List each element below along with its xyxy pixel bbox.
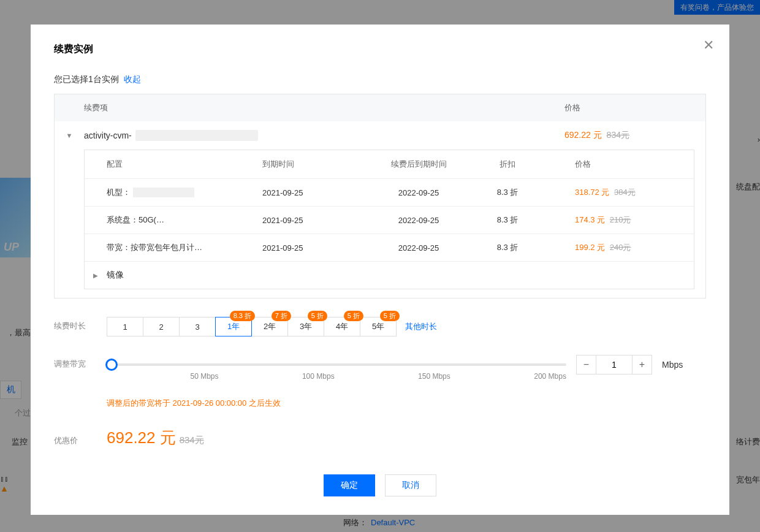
bandwidth-stepper: − + <box>576 355 652 374</box>
bandwidth-label: 调整带宽 <box>54 355 107 370</box>
slider-ticks: 50 Mbps 100 Mbps 150 Mbps 200 Mbps <box>107 372 566 381</box>
collapse-link[interactable]: 收起 <box>124 74 141 84</box>
duration-option[interactable]: 1 <box>107 317 143 336</box>
instance-price: 692.22 元 834元 <box>564 130 705 141</box>
details-header: 配置 到期时间 续费后到期时间 折扣 价格 <box>85 150 694 178</box>
discount-badge: 7 折 <box>272 311 291 321</box>
duration-option[interactable]: 5年5 折 <box>360 317 397 336</box>
expand-caret-icon[interactable]: ▶ <box>85 272 107 279</box>
duration-options: 1231年8.3 折2年7 折3年5 折4年5 折5年5 折 <box>107 317 397 336</box>
bandwidth-input[interactable] <box>596 355 632 374</box>
discount-badge: 5 折 <box>380 311 400 321</box>
instance-name: activity-cvm- <box>84 130 564 141</box>
dialog-footer: 确定 取消 <box>54 474 706 496</box>
table-header: 续费项 价格 <box>55 94 705 121</box>
redacted-text <box>133 188 194 197</box>
final-price-label: 优惠价 <box>54 429 107 446</box>
renew-duration-row: 续费时长 1231年8.3 折2年7 折3年5 折4年5 折5年5 折 其他时长 <box>54 317 706 336</box>
duration-option[interactable]: 2年7 折 <box>251 317 288 336</box>
confirm-button[interactable]: 确定 <box>324 474 375 496</box>
bandwidth-slider[interactable]: 50 Mbps 100 Mbps 150 Mbps 200 Mbps <box>107 359 566 371</box>
detail-row-image[interactable]: ▶ 镜像 <box>85 261 694 289</box>
instance-row: ▼ activity-cvm- 692.22 元 834元 <box>55 121 705 141</box>
duration-option[interactable]: 1年8.3 折 <box>215 317 252 336</box>
instance-details: 配置 到期时间 续费后到期时间 折扣 价格 机型： 2021-09-25 202… <box>84 150 694 289</box>
bandwidth-effective-note: 调整后的带宽将于 2021-09-26 00:00:00 之后生效 <box>107 398 706 409</box>
redacted-text <box>135 130 258 141</box>
bandwidth-row: 调整带宽 50 Mbps 100 Mbps 150 Mbps 200 Mbps <box>54 355 706 409</box>
renew-instance-dialog: ✕ 续费实例 您已选择1台实例 收起 续费项 价格 ▼ activity-cvm… <box>31 25 729 515</box>
header-price: 价格 <box>564 102 705 113</box>
final-price-row: 优惠价 692.22 元 834元 <box>54 427 706 449</box>
detail-row-bandwidth: 带宽：按带宽包年包月计… 2021-09-25 2022-09-25 8.3 折… <box>85 234 694 261</box>
close-icon[interactable]: ✕ <box>701 38 716 53</box>
discount-badge: 5 折 <box>344 311 363 321</box>
slider-track <box>107 363 566 366</box>
increase-button[interactable]: + <box>632 355 652 374</box>
duration-option[interactable]: 4年5 折 <box>324 317 360 336</box>
bandwidth-unit: Mbps <box>662 360 683 370</box>
header-item: 续费项 <box>55 102 564 113</box>
image-label: 镜像 <box>107 270 124 281</box>
final-original-price: 834元 <box>180 435 204 445</box>
other-duration-link[interactable]: 其他时长 <box>405 321 437 332</box>
duration-label: 续费时长 <box>54 317 107 332</box>
cancel-button[interactable]: 取消 <box>385 474 436 496</box>
modal-overlay: ✕ 续费实例 您已选择1台实例 收起 续费项 价格 ▼ activity-cvm… <box>0 0 760 532</box>
collapse-caret-icon[interactable]: ▼ <box>55 132 84 139</box>
discount-badge: 8.3 折 <box>230 311 255 321</box>
selected-summary: 您已选择1台实例 收起 <box>54 74 706 85</box>
slider-thumb[interactable] <box>105 359 118 371</box>
decrease-button[interactable]: − <box>577 355 596 374</box>
final-price: 692.22 元 <box>107 428 176 447</box>
renew-items-table: 续费项 价格 ▼ activity-cvm- 692.22 元 834元 配置 … <box>54 94 706 298</box>
duration-option[interactable]: 3 <box>179 317 216 336</box>
duration-option[interactable]: 2 <box>143 317 180 336</box>
detail-row-machine: 机型： 2021-09-25 2022-09-25 8.3 折 318.72 元… <box>85 178 694 206</box>
discount-badge: 5 折 <box>308 311 327 321</box>
config-cell: 机型： <box>85 187 262 198</box>
detail-row-disk: 系统盘：50G(… 2021-09-25 2022-09-25 8.3 折 17… <box>85 206 694 234</box>
duration-option[interactable]: 3年5 折 <box>287 317 324 336</box>
dialog-title: 续费实例 <box>54 43 706 56</box>
